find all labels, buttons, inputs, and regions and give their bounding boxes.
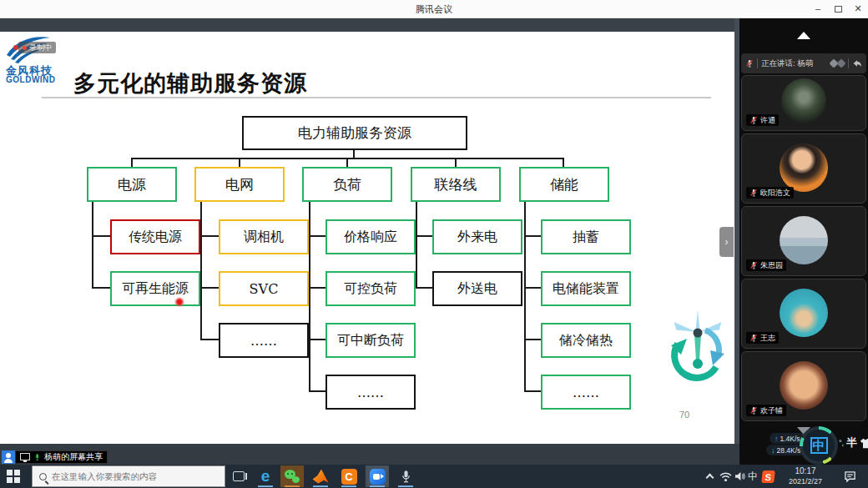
connector [524,390,541,392]
divider [848,58,849,68]
maximize-icon [835,6,842,13]
monitor-icon [20,453,30,460]
connector [200,339,219,340]
tencent-meeting-button[interactable] [366,465,389,487]
maximize-button[interactable] [828,0,848,18]
participant-tile[interactable]: 王志 [741,279,866,349]
lower-dark-strip [0,444,739,465]
minimize-button[interactable]: – [808,0,828,18]
tree-node: 外来电 [432,219,522,254]
ime-options[interactable]: °, 半 [839,435,868,450]
connector [346,158,348,167]
connector [309,287,326,289]
participant-tile[interactable]: 欧阳浩文 [741,133,866,204]
connector [200,287,219,289]
share-banner-text: 杨萌的屏幕共享 [44,451,103,463]
participant-name-tag: 欧阳浩文 [746,187,794,199]
slide-title: 多元化的辅助服务资源 [73,68,307,98]
taskbar-search[interactable] [32,465,225,487]
tree-node: …… [219,323,309,358]
speaker-tray-icon[interactable] [733,465,746,488]
participant-name-tag: 许通 [746,114,779,126]
tree-node: 外送电 [432,271,522,306]
upload-speed: 1.4K/s [780,435,800,443]
participant-name-tag: 朱思园 [746,259,786,271]
tree-node: 可中断负荷 [326,323,416,358]
speaking-label: 正在讲话: 杨萌 [761,58,827,69]
matlab-button[interactable] [309,465,332,487]
microphone-icon [401,470,411,484]
tree-node: 储能 [519,167,609,202]
scroll-up-icon[interactable] [797,32,810,39]
tree-node: …… [541,375,631,410]
participant-tile[interactable]: 欢子辅 [741,351,866,421]
ime-tray-indicator[interactable]: 中 [746,465,760,488]
layout-grid-icon[interactable] [836,58,845,68]
screen-share-banner: 杨萌的屏幕共享 [2,450,108,464]
taskbar-clock[interactable]: 10:17 2021/2/27 [780,465,831,488]
participant-icon[interactable] [2,450,15,464]
tray-expand-chevron[interactable] [703,465,716,488]
edge-browser-button[interactable]: e [254,465,277,487]
avatar [781,78,826,123]
orange-app-button[interactable]: C [337,465,361,487]
search-icon [39,473,47,480]
avatar [780,143,828,192]
ime-halfwidth: 半 [846,435,857,450]
connector [416,287,432,289]
sidebar-expand-tab[interactable]: › [719,227,734,257]
connector [524,235,541,237]
recording-label: 录制中 [29,43,52,53]
window-titlebar: 腾讯会议 – ✕ [0,0,868,18]
tree-node: 可控负荷 [326,271,416,306]
windows-taskbar: e C 中 S 10:17 [0,465,868,488]
connector [309,339,326,340]
connector [92,202,93,289]
connector [563,158,564,167]
tree-node: 电网 [194,167,285,202]
participant-name-tag: 欢子辅 [746,405,786,416]
clock-time: 10:17 [795,466,815,476]
wifi-tray-icon[interactable] [718,465,733,488]
muted-mic-icon [745,59,754,68]
wechat-button[interactable] [280,465,304,487]
edge-icon: e [261,467,270,485]
wind-turbine-graphic-icon [664,309,733,388]
laser-pointer-dot [174,297,184,307]
participant-tile[interactable]: 许通 [741,75,866,131]
avatar [780,216,828,264]
connector [416,202,417,289]
chevron-right-icon: › [725,236,729,248]
person-body-icon [4,459,13,463]
ime-mode-wheel[interactable]: 中 [800,426,838,465]
participant-tile[interactable]: 朱思园 [741,206,866,276]
back-arrow-icon[interactable] [852,58,862,68]
participant-name-tag: 王志 [746,332,779,344]
recording-dot-icon [23,46,27,50]
tree-node: 负荷 [302,167,392,202]
connector [92,235,110,237]
muted-mic-icon [749,406,758,415]
close-button[interactable]: ✕ [848,0,868,18]
ime-wheel-inner: 中 [803,430,835,461]
download-arrow-icon: ↓ [771,446,775,455]
connector [524,339,541,340]
action-center-button[interactable] [840,465,860,488]
task-view-button[interactable] [227,465,250,487]
meeting-app-icon [370,469,386,485]
connector [200,235,219,237]
tree-node: SVC [219,271,309,306]
clock-date: 2021/2/27 [789,476,822,486]
recorder-app-button[interactable] [394,465,417,487]
search-input[interactable] [52,471,202,481]
connector [239,158,240,167]
tree-node: 抽蓄 [541,219,631,254]
tree-node: 储冷储热 [541,323,631,358]
sogou-ime-tray-icon[interactable]: S [760,465,775,488]
chevron-up-icon [705,474,714,482]
divider [757,58,758,68]
connector [524,202,526,392]
participant-name: 欧阳浩文 [760,188,790,199]
person-head-icon [6,453,11,458]
start-button[interactable] [7,470,20,483]
